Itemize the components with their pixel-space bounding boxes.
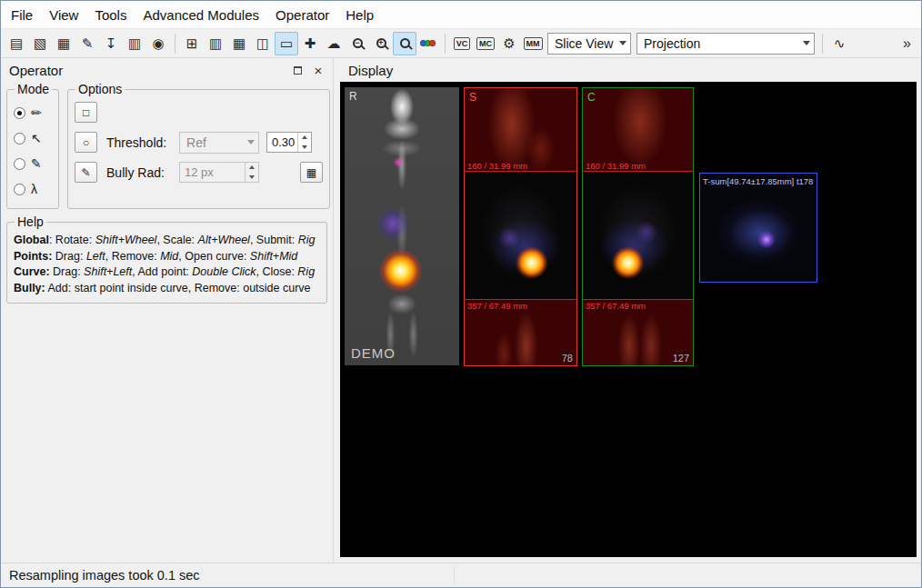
toolbar-overflow-chevron[interactable]: » [897, 35, 917, 52]
close-panel-button[interactable]: × [312, 64, 325, 77]
menubar: FileViewToolsAdvanced ModulesOperatorHel… [1, 1, 921, 28]
dock-splitter[interactable] [334, 58, 340, 563]
magnifier-sign: − [355, 39, 359, 47]
vc-icon[interactable]: VC [450, 32, 474, 55]
magnifier-icon[interactable] [393, 32, 416, 55]
bully-rad-spinbox[interactable]: 12 px [179, 162, 259, 183]
display-panel-titlebar[interactable]: Display [340, 58, 917, 82]
threshold-label: Threshold: [106, 135, 179, 150]
options-rows: □ ○ Threshold: Ref 0.30 [75, 100, 323, 183]
threshold-spin-buttons [297, 133, 311, 152]
slice-view-combo[interactable]: Slice View [547, 33, 631, 55]
spin-up-icon[interactable] [246, 163, 258, 173]
layout-columns-icon[interactable]: ▥ [204, 32, 227, 55]
toolbar-separator [822, 34, 823, 54]
operator-panel-body: Mode ✏↖✎λ Options □ ○ Threshold: [1, 82, 333, 563]
mode-draw[interactable]: ✏ [14, 100, 52, 125]
radio-button[interactable] [14, 184, 25, 195]
layout-2x2-icon-glyph: ⊞ [186, 36, 198, 50]
mc-icon[interactable]: MC [474, 32, 497, 55]
projection-combo[interactable]: Projection [636, 33, 815, 55]
layout-single-icon[interactable]: ▭ [275, 32, 298, 55]
menu-view[interactable]: View [41, 1, 86, 28]
curve-tool-icon[interactable]: ∿ [827, 32, 851, 55]
display-panel: Display R DEMO S 160 / 31.99 mm 357 / 67… [340, 58, 921, 563]
sagittal-view[interactable]: S 160 / 31.99 mm 357 / 67.49 mm 78 [464, 87, 577, 366]
threshold-spinbox[interactable]: 0.30 [266, 132, 312, 153]
options-groupbox: Options □ ○ Threshold: Ref [67, 82, 330, 209]
color-dot [429, 40, 436, 46]
layout-2x2-icon[interactable]: ⊞ [180, 32, 204, 55]
camera-icon[interactable]: ◉ [146, 32, 170, 55]
radio-button[interactable] [14, 158, 25, 170]
help-text-segment: Alt+Wheel [198, 234, 250, 246]
float-panel-button[interactable] [291, 65, 304, 75]
mm-icon-text: MM [524, 37, 543, 50]
mip-view[interactable]: R DEMO [345, 87, 459, 365]
layout-split-icon[interactable]: ◫ [251, 32, 275, 55]
surfaces-icon[interactable]: ▦ [52, 32, 75, 55]
main-area: Operator × Mode ✏↖✎λ Options [1, 58, 921, 563]
slice-view-combo-value: Slice View [555, 36, 616, 51]
crosshair-icon[interactable]: ✚ [298, 32, 322, 55]
display-canvas[interactable]: R DEMO S 160 / 31.99 mm 357 / 67.49 mm 7… [340, 82, 917, 557]
film-icon-glyph: ▥ [128, 36, 141, 50]
registration-gear-icon[interactable]: ⚙ [497, 32, 521, 55]
bully-rad-spin-buttons [245, 163, 258, 182]
float-icon [294, 66, 302, 75]
operator-panel-titlebar[interactable]: Operator × [1, 58, 333, 82]
export-icon[interactable]: ↧ [99, 32, 123, 55]
table-button[interactable]: ▦ [300, 162, 323, 183]
operator-panel-buttons: × [291, 64, 325, 77]
spin-up-icon[interactable] [298, 133, 311, 143]
registration-gear-icon-glyph: ⚙ [503, 36, 515, 50]
layout-single-icon-glyph: ▭ [280, 36, 293, 50]
cloud-icon[interactable]: ☁ [322, 32, 346, 55]
zoom-in-icon[interactable]: + [369, 32, 393, 55]
spin-down-icon[interactable] [246, 173, 258, 183]
slab-bottom-measure: 357 / 67.49 mm [467, 301, 527, 311]
colors-icon[interactable] [416, 32, 440, 55]
menu-advanced-modules[interactable]: Advanced Modules [135, 1, 267, 28]
help-text-segment: Global [14, 234, 49, 246]
mm-icon[interactable]: MM [521, 32, 545, 55]
threshold-ref-combo[interactable]: Ref [179, 132, 259, 154]
magnifier-glass [400, 38, 410, 48]
mode-bully[interactable]: λ [14, 176, 52, 202]
menu-file[interactable]: File [3, 1, 41, 28]
layers-icon[interactable]: ▤ [5, 32, 28, 55]
roi-square-button[interactable]: □ [75, 102, 97, 123]
mode-bully-icon: λ [31, 182, 37, 196]
help-group-title: Help [15, 214, 46, 229]
mode-move[interactable]: ↖ [14, 125, 52, 151]
pick-tool-button[interactable]: ✎ [75, 162, 97, 183]
volume-icon[interactable]: ▧ [28, 32, 52, 55]
slab-bottom-measure: 357 / 67.49 mm [586, 301, 646, 311]
export-icon-glyph: ↧ [105, 36, 117, 50]
radio-button[interactable] [14, 133, 25, 145]
layout-split-icon-glyph: ◫ [256, 36, 269, 50]
circle-icon: ○ [83, 136, 89, 149]
radio-button[interactable] [14, 107, 25, 119]
pen-tool-icon-glyph: ✎ [82, 36, 94, 50]
chevron-down-icon [799, 41, 814, 45]
statusbar: Resampling images took 0.1 sec [1, 563, 921, 587]
help-text-segment: , Open curve: [178, 250, 250, 263]
spin-down-icon[interactable] [298, 143, 311, 153]
menu-tools[interactable]: Tools [86, 1, 135, 28]
coronal-view[interactable]: C 160 / 31.99 mm 357 / 67.49 mm 127 [582, 87, 694, 366]
orientation-label-c: C [587, 91, 596, 104]
menu-operator[interactable]: Operator [267, 1, 337, 28]
mode-options-row: Mode ✏↖✎λ Options □ ○ Threshold: [6, 82, 327, 209]
slice-number: 78 [562, 353, 573, 364]
film-icon[interactable]: ▥ [123, 32, 146, 55]
layout-grid-icon[interactable]: ▦ [227, 32, 251, 55]
roi-circle-button[interactable]: ○ [75, 132, 97, 153]
menu-help[interactable]: Help [337, 1, 382, 28]
help-text-segment: Points: [14, 250, 52, 263]
zoom-out-icon[interactable]: − [346, 32, 369, 55]
vc-icon-text: VC [454, 37, 471, 50]
pen-tool-icon[interactable]: ✎ [75, 32, 99, 55]
axial-view[interactable]: T-sum[49.74±17.85mm] t178 [699, 173, 817, 283]
mode-curve[interactable]: ✎ [14, 151, 52, 176]
